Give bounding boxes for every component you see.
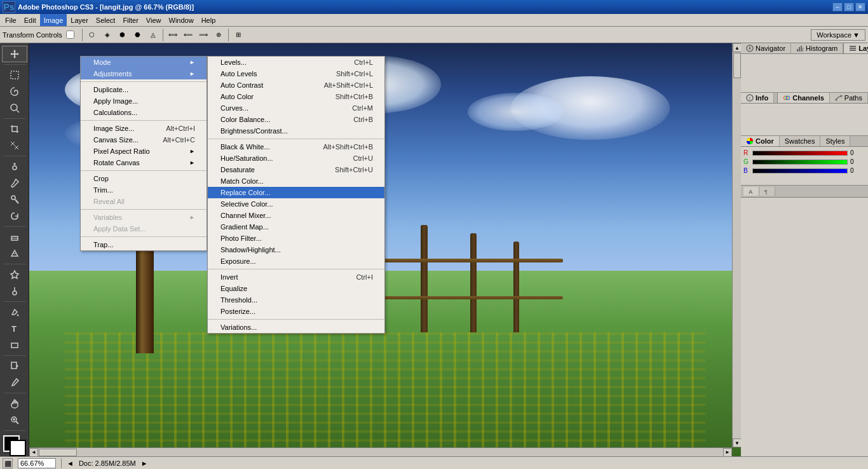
toolbar-btn-2[interactable]: ◈	[100, 28, 114, 42]
adj-replace-color[interactable]: Replace Color...	[208, 187, 384, 198]
menu-view[interactable]: View	[142, 14, 165, 26]
scroll-right-button[interactable]: ►	[723, 448, 732, 457]
adj-levels[interactable]: Levels... Ctrl+L	[208, 57, 384, 68]
menu-item-apply-image[interactable]: Apply Image...	[81, 95, 207, 107]
adj-channel-mixer[interactable]: Channel Mixer...	[208, 210, 384, 221]
menu-filter[interactable]: Filter	[119, 14, 142, 26]
adj-match-color[interactable]: Match Color...	[208, 175, 384, 187]
adj-exposure[interactable]: Exposure...	[208, 255, 384, 267]
arrow-right-icon[interactable]: ►	[141, 459, 148, 467]
toolbar-btn-8[interactable]: ⟹	[196, 28, 210, 42]
menu-item-duplicate[interactable]: Duplicate...	[81, 84, 207, 95]
adj-photo-filter[interactable]: Photo Filter...	[208, 233, 384, 244]
adj-posterize[interactable]: Posterize...	[208, 306, 384, 317]
adj-curves[interactable]: Curves... Ctrl+M	[208, 102, 384, 114]
menu-item-pixel-aspect[interactable]: Pixel Aspect Ratio ►	[81, 146, 207, 157]
menu-item-image-size[interactable]: Image Size... Alt+Ctrl+I	[81, 123, 207, 134]
tab-paths[interactable]: Paths	[830, 93, 868, 103]
toolbar-btn-1[interactable]: ⬡	[85, 28, 99, 42]
menu-help[interactable]: Help	[198, 14, 220, 26]
tool-blur[interactable]	[2, 266, 27, 283]
adj-threshold[interactable]: Threshold...	[208, 294, 384, 306]
r-slider[interactable]	[752, 151, 848, 156]
tab-layers[interactable]: Layers	[844, 43, 868, 53]
scroll-down-button[interactable]: ▼	[733, 438, 741, 447]
tool-dodge[interactable]	[2, 283, 27, 299]
menu-item-mode[interactable]: Mode ►	[81, 57, 207, 68]
h-scroll-track[interactable]	[38, 448, 723, 457]
maximize-button[interactable]: □	[844, 3, 854, 11]
adjustments-submenu[interactable]: Levels... Ctrl+L Auto Levels Shift+Ctrl+…	[207, 56, 385, 334]
menu-layer[interactable]: Layer	[67, 14, 92, 26]
toolbar-btn-10[interactable]: ⊞	[231, 28, 245, 42]
menu-edit[interactable]: Edit	[20, 14, 40, 26]
tab-swatches[interactable]: Swatches	[780, 136, 821, 146]
tool-crop[interactable]	[2, 121, 27, 137]
tool-shape[interactable]	[2, 337, 27, 353]
tool-brush[interactable]	[2, 175, 27, 191]
tool-heal[interactable]	[2, 158, 27, 175]
zoom-input[interactable]: 66.67%	[18, 458, 56, 468]
toolbar-btn-6[interactable]: ⟺	[166, 28, 180, 42]
toolbar-btn-5[interactable]: ◬	[146, 28, 160, 42]
minimize-button[interactable]: –	[832, 3, 843, 11]
tool-notes[interactable]	[2, 358, 27, 374]
tool-slice[interactable]	[2, 137, 27, 154]
tool-lasso[interactable]	[2, 83, 27, 100]
tool-move[interactable]	[2, 46, 27, 62]
tab-character[interactable]: A	[743, 187, 759, 196]
menu-item-trim[interactable]: Trim...	[81, 184, 207, 196]
tab-styles[interactable]: Styles	[820, 136, 850, 146]
color-boxes[interactable]	[3, 435, 26, 456]
toolbar-btn-4[interactable]: ⬣	[131, 28, 145, 42]
tool-quickselect[interactable]	[2, 100, 27, 116]
menu-select[interactable]: Select	[92, 14, 119, 26]
tab-navigator[interactable]: Navigator	[741, 43, 791, 53]
menu-item-calculations[interactable]: Calculations...	[81, 107, 207, 118]
adj-auto-contrast[interactable]: Auto Contrast Alt+Shift+Ctrl+L	[208, 79, 384, 91]
tool-eraser[interactable]	[2, 229, 27, 245]
g-slider[interactable]	[752, 160, 848, 165]
tab-info[interactable]: i Info	[741, 93, 774, 103]
adj-invert[interactable]: Invert Ctrl+I	[208, 271, 384, 283]
adj-auto-levels[interactable]: Auto Levels Shift+Ctrl+L	[208, 68, 384, 79]
adj-black-white[interactable]: Black & White... Alt+Shift+Ctrl+B	[208, 141, 384, 153]
tool-zoom[interactable]	[2, 412, 27, 428]
workspace-button[interactable]: Workspace ▼	[811, 29, 865, 41]
background-color[interactable]	[10, 440, 26, 456]
menu-item-canvas-size[interactable]: Canvas Size... Alt+Ctrl+C	[81, 134, 207, 146]
scroll-up-button[interactable]: ▲	[733, 43, 741, 52]
toolbar-btn-3[interactable]: ⬢	[116, 28, 130, 42]
tool-history[interactable]	[2, 208, 27, 224]
menu-item-rotate-canvas[interactable]: Rotate Canvas ►	[81, 157, 207, 168]
adj-hue-saturation[interactable]: Hue/Saturation... Ctrl+U	[208, 153, 384, 164]
close-button[interactable]: ✕	[855, 3, 865, 11]
image-menu-dropdown[interactable]: Mode ► Adjustments ► Duplicate... Apply …	[80, 56, 207, 251]
tab-paragraph[interactable]: ¶	[759, 187, 775, 196]
adj-color-balance[interactable]: Color Balance... Ctrl+B	[208, 114, 384, 125]
tool-marquee[interactable]	[2, 67, 27, 83]
h-scroll-thumb[interactable]	[39, 449, 77, 456]
toolbar-btn-9[interactable]: ⊕	[212, 28, 226, 42]
tool-pen[interactable]	[2, 304, 27, 320]
v-scroll-thumb[interactable]	[733, 53, 741, 78]
adj-desaturate[interactable]: Desaturate Shift+Ctrl+U	[208, 164, 384, 175]
menu-item-crop[interactable]: Crop	[81, 173, 207, 184]
tool-eyedropper[interactable]	[2, 374, 27, 391]
adj-brightness-contrast[interactable]: Brightness/Contrast...	[208, 125, 384, 137]
menu-item-adjustments[interactable]: Adjustments ►	[81, 68, 207, 79]
adj-variations[interactable]: Variations...	[208, 322, 384, 333]
menu-file[interactable]: File	[1, 14, 20, 26]
adj-auto-color[interactable]: Auto Color Shift+Ctrl+B	[208, 91, 384, 102]
toolbar-btn-7[interactable]: ⟸	[181, 28, 195, 42]
menu-item-trap[interactable]: Trap...	[81, 239, 207, 250]
adj-selective-color[interactable]: Selective Color...	[208, 198, 384, 210]
adj-equalize[interactable]: Equalize	[208, 283, 384, 294]
tool-text[interactable]: T	[2, 320, 27, 337]
arrow-left-icon[interactable]: ◄	[67, 459, 74, 467]
v-scroll-track[interactable]	[733, 52, 741, 438]
scroll-left-button[interactable]: ◄	[29, 448, 38, 457]
transform-controls-checkbox[interactable]	[66, 31, 74, 39]
adj-gradient-map[interactable]: Gradient Map...	[208, 221, 384, 233]
tool-fill[interactable]	[2, 245, 27, 262]
